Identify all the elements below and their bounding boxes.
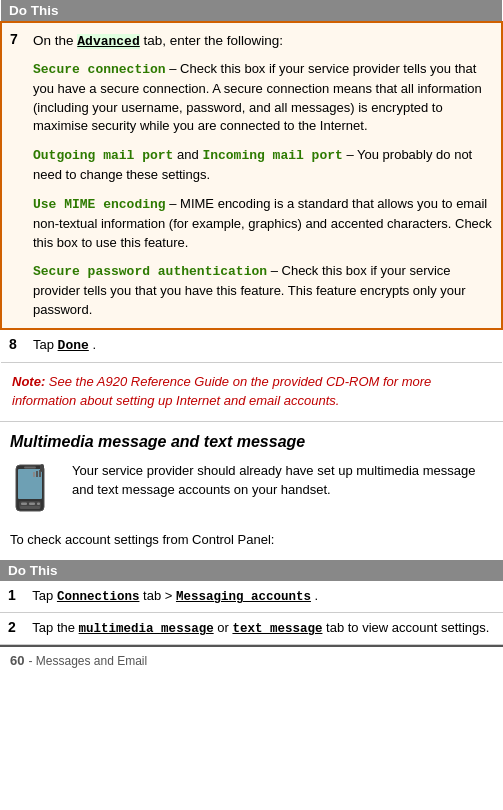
svg-rect-4 [21,503,27,506]
phone-icon [10,464,54,518]
svg-rect-6 [37,503,40,506]
step-2-content: Tap the multimedia message or text messa… [28,613,503,645]
icon-text1: Your service provider should already hav… [72,462,493,500]
term-secure-connection: Secure connection [33,62,166,77]
term-spa: Secure password authentication [33,264,267,279]
step-8-content: Tap Done . [29,329,502,362]
step-2-row: 2 Tap the multimedia message or text mes… [0,613,503,645]
do-this-section2: Do This 1 Tap Connections tab > Messagin… [0,560,503,645]
block-mail-port: Outgoing mail port and Incoming mail por… [33,146,493,185]
svg-rect-2 [24,467,36,469]
step-1-num: 1 [0,581,28,613]
sep4: – [271,263,282,278]
step-7-advanced-term: Advanced [77,34,139,49]
term-outgoing-mail-port: Outgoing mail port [33,148,173,163]
svg-rect-8 [36,471,38,477]
step-1-row: 1 Tap Connections tab > Messaging accoun… [0,581,503,613]
footer-text: - Messages and Email [28,654,147,668]
step-2-mid: or [217,620,232,635]
step-2-text2: tab to view account settings. [326,620,489,635]
step-7-num: 7 [1,22,29,329]
block-mime-text: Use MIME encoding – MIME encoding is a s… [33,195,493,253]
block-mail-port-text: Outgoing mail port and Incoming mail por… [33,146,493,185]
icon-text-content: Your service provider should already hav… [72,462,493,500]
do-this-header-row: Do This [1,0,502,22]
multimedia-heading: Multimedia message and text message [0,422,503,457]
footer: 60 - Messages and Email [0,645,503,674]
step-7-intro2: tab, enter the following: [143,33,283,48]
block-spa: Secure password authentication – Check t… [33,262,493,320]
step-8-text: Tap [33,337,54,352]
sep2: – [346,147,357,162]
term-mime: Use MIME encoding [33,197,166,212]
step-8-num: 8 [1,329,29,362]
note-text: See the A920 Reference Guide on the prov… [12,374,431,408]
note-section: Note: See the A920 Reference Guide on th… [0,363,503,422]
do-this-header: Do This [1,0,502,22]
step-1-text: Tap [32,588,53,603]
svg-rect-1 [18,469,42,499]
block-spa-text: Secure password authentication – Check t… [33,262,493,320]
footer-num: 60 [10,653,24,668]
term-incoming-mail-port: Incoming mail port [202,148,342,163]
do-this-table: Do This 7 On the Advanced tab, enter the… [0,0,503,363]
control-panel-text: To check account settings from Control P… [0,527,503,556]
step-2-num: 2 [0,613,28,645]
term-messaging-accounts: Messaging accounts [176,590,311,604]
block-secure-connection: Secure connection – Check this box if yo… [33,60,493,136]
block-secure-connection-text: Secure connection – Check this box if yo… [33,60,493,136]
sep1: – [169,61,180,76]
step-8-text2: . [92,337,96,352]
svg-rect-5 [29,503,35,506]
note-label: Note: [12,374,45,389]
do-this-header2: Do This [0,560,503,581]
svg-rect-11 [40,464,44,472]
svg-rect-7 [20,506,40,509]
phone-icon-container [10,464,62,521]
step-7-row: 7 On the Advanced tab, enter the followi… [1,22,502,329]
term-multimedia-message: multimedia message [79,622,214,636]
step-8-done-term: Done [58,338,89,353]
step-7-intro-text: On the [33,33,74,48]
do-this-header-row2: Do This [0,560,503,581]
term-connections: Connections [57,590,140,604]
step-1-mid: tab > [143,588,176,603]
icon-text-section: Your service provider should already hav… [0,456,503,527]
step-7-intro: On the Advanced tab, enter the following… [33,31,493,52]
sep3: – [169,196,180,211]
step-1-text2: . [315,588,319,603]
step-7-content: On the Advanced tab, enter the following… [29,22,502,329]
mail-port-mid: and [177,147,202,162]
step-2-text: Tap the [32,620,75,635]
term-text-message: text message [232,622,322,636]
step-1-content: Tap Connections tab > Messaging accounts… [28,581,503,613]
block-mime: Use MIME encoding – MIME encoding is a s… [33,195,493,253]
svg-rect-10 [33,472,35,477]
do-this-table2: Do This 1 Tap Connections tab > Messagin… [0,560,503,645]
page-container: Do This 7 On the Advanced tab, enter the… [0,0,503,674]
step-8-row: 8 Tap Done . [1,329,502,362]
